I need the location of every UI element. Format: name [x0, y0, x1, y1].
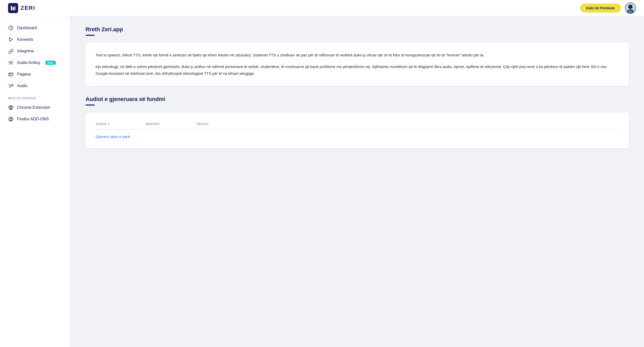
- col-audio-num: AUDIO #: [96, 122, 146, 126]
- sidebar-label-audio: Audio: [17, 84, 27, 88]
- svg-marker-8: [10, 38, 13, 42]
- about-section: Rreth Zeri.app Text to speech, shkurt TT…: [86, 26, 629, 86]
- list-icon: [8, 60, 14, 65]
- svg-rect-2: [14, 6, 15, 10]
- sidebar-label-pagesa: Pagesa: [17, 72, 31, 77]
- sidebar-label-dashboard: Dashboard: [17, 26, 37, 30]
- sidebar-label-audio-artikuj: Audio-Artikuj: [17, 60, 40, 65]
- sidebar-label-integrime: Integrime: [17, 49, 34, 53]
- col-label-audio: AUDIO #: [96, 122, 110, 126]
- logo-icon: [8, 3, 18, 13]
- sidebar-item-chrome-extension[interactable]: Chrome Extension: [0, 102, 70, 113]
- dashboard-icon: [8, 25, 14, 31]
- about-paragraph-1: Text to speech, shkurt TTS, është një fo…: [96, 52, 619, 58]
- audio-table-header: AUDIO # REPORT TEKSTI: [96, 122, 619, 129]
- sidebar-item-konverto[interactable]: Konverto: [0, 34, 70, 45]
- about-title: Rreth Zeri.app: [86, 26, 629, 33]
- audio-section-title: Audiot e gjeneruara së fundmi: [86, 96, 629, 102]
- premium-button[interactable]: Kalo në Premium: [580, 4, 621, 13]
- logo[interactable]: ZERI: [8, 3, 35, 13]
- audio-list-icon: [8, 83, 14, 89]
- link-icon: [8, 48, 14, 54]
- sidebar-label-konverto: Konverto: [17, 37, 33, 42]
- sidebar-label-chrome-extension: Chrome Extension: [17, 105, 50, 110]
- sidebar-item-pagesa[interactable]: Pagesa: [0, 68, 70, 80]
- sidebar: Dashboard Konverto Integrime: [0, 16, 70, 347]
- about-paragraph-2: Kjo teknologji, në ditët e sotme përdore…: [96, 63, 619, 77]
- sidebar-item-firefox-addons[interactable]: Firefox ADD-ONS: [0, 113, 70, 125]
- generate-first-audio-link[interactable]: Gjenero zërin e parë: [96, 134, 130, 139]
- col-report: REPORT: [146, 122, 196, 126]
- layout: Dashboard Konverto Integrime: [0, 16, 644, 347]
- header: ZERI Kalo në Premium: [0, 0, 644, 16]
- svg-point-20: [9, 106, 13, 110]
- header-right: Kalo në Premium: [580, 3, 636, 14]
- audio-card: AUDIO # REPORT TEKSTI Gjenero zërin e pa…: [86, 113, 629, 148]
- about-card: Text to speech, shkurt TTS, është një fo…: [86, 43, 629, 86]
- svg-point-18: [12, 85, 13, 86]
- svg-point-5: [627, 10, 633, 14]
- avatar[interactable]: [625, 3, 636, 14]
- svg-point-21: [10, 107, 12, 108]
- audio-underline: [86, 105, 95, 106]
- audio-table: AUDIO # REPORT TEKSTI Gjenero zërin e pa…: [96, 122, 619, 139]
- col-teksti: TEKSTI: [196, 122, 619, 126]
- sidebar-label-firefox-addons: Firefox ADD-ONS: [17, 117, 49, 121]
- col-label-report: REPORT: [146, 122, 160, 126]
- audio-section: Audiot e gjeneruara së fundmi AUDIO # RE…: [86, 96, 629, 148]
- svg-rect-0: [11, 6, 12, 10]
- svg-rect-12: [9, 73, 13, 76]
- about-underline: [86, 35, 95, 36]
- credit-card-icon: [8, 72, 14, 77]
- sidebar-item-audio[interactable]: Audio: [0, 80, 70, 92]
- sidebar-item-integrime[interactable]: Integrime: [0, 45, 70, 57]
- web-extension-label: WEB EXTENSION: [0, 92, 70, 102]
- play-icon: [8, 37, 14, 42]
- sidebar-item-audio-artikuj[interactable]: Audio-Artikuj Beta: [0, 57, 70, 68]
- logo-text: ZERI: [21, 5, 35, 11]
- avatar-image: [625, 3, 636, 14]
- sidebar-item-dashboard[interactable]: Dashboard: [0, 22, 70, 34]
- audio-table-body: Gjenero zërin e parë: [96, 129, 619, 139]
- beta-badge: Beta: [46, 61, 56, 65]
- svg-rect-1: [13, 7, 14, 10]
- col-label-teksti: TEKSTI: [196, 122, 209, 126]
- chrome-icon: [8, 105, 14, 110]
- firefox-icon: [8, 116, 14, 122]
- main-content: Rreth Zeri.app Text to speech, shkurt TT…: [70, 16, 644, 347]
